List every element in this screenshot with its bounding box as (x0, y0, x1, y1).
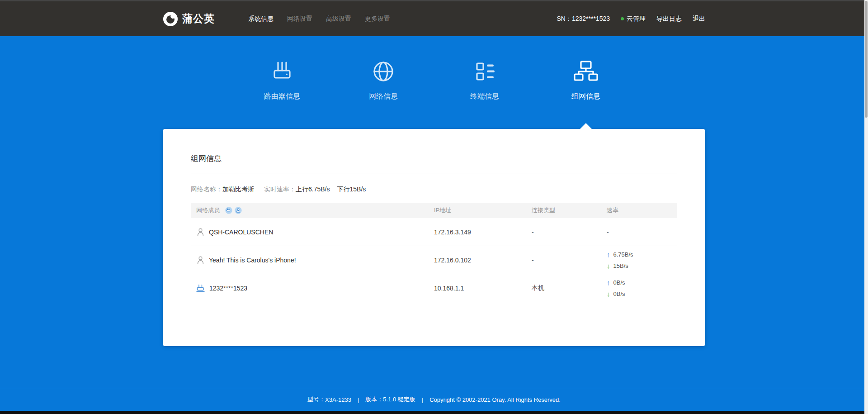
member-ip: 172.16.3.149 (434, 228, 532, 236)
upload-rate: 0B/s (613, 277, 625, 288)
member-type-legend (223, 207, 242, 214)
footer-separator: | (422, 396, 423, 403)
brand-logo[interactable]: 蒲公英 (163, 11, 215, 27)
version-value: 5.1.0 稳定版 (383, 395, 415, 404)
menu-item-advanced-settings[interactable]: 高级设置 (326, 15, 351, 23)
member-name: Yeah! This is Carolus's iPhone! (209, 257, 296, 264)
globe-icon (333, 59, 434, 84)
header-connection-type: 连接类型 (532, 206, 607, 214)
brand-name: 蒲公英 (182, 12, 215, 26)
member-rate: ↑0B/s ↓0B/s (607, 277, 677, 300)
tab-terminal-info[interactable]: 终端信息 (434, 59, 535, 101)
export-log-link[interactable]: 导出日志 (656, 15, 682, 23)
user-icon (196, 228, 205, 236)
tab-label: 路由器信息 (231, 91, 333, 101)
model-value: X3A-1233 (325, 396, 351, 403)
content-area: 路由器信息 网络信息 (0, 36, 868, 411)
network-summary-row: 网络名称： 加勒比考斯 实时速率： 上行6.75B/s 下行15B/s (191, 185, 677, 194)
dandelion-logo-icon (163, 11, 178, 27)
navbar-right: SN：1232****1523 云管理 导出日志 退出 (557, 15, 705, 23)
tab-label: 组网信息 (535, 91, 637, 101)
scrollbar-thumb[interactable] (865, 1, 868, 118)
tab-label: 终端信息 (434, 91, 535, 101)
member-connection-type: - (532, 228, 607, 236)
tab-label: 网络信息 (333, 91, 434, 101)
network-name-label: 网络名称： (191, 185, 222, 194)
upload-rate-value: 上行6.75B/s (296, 185, 330, 194)
upload-arrow-icon: ↑ (607, 249, 610, 260)
terminal-list-icon (434, 59, 535, 84)
member-name: QSH-CAROLUSCHEN (209, 228, 273, 236)
member-ip: 10.168.1.1 (434, 285, 532, 292)
upload-arrow-icon: ↑ (607, 277, 610, 288)
user-icon (196, 256, 205, 264)
download-rate-value: 下行15B/s (337, 185, 366, 194)
device-sn: SN：1232****1523 (557, 15, 610, 23)
menu-item-system-info[interactable]: 系统信息 (248, 15, 274, 23)
cloud-manage-link[interactable]: 云管理 (621, 15, 646, 23)
window-bottom-edge (0, 411, 868, 414)
member-name: 1232****1523 (209, 285, 247, 292)
top-navbar: 蒲公英 系统信息 网络设置 高级设置 更多设置 SN：1232****1523 … (0, 1, 868, 36)
member-row: 1232****1523 10.168.1.1 本机 ↑0B/s ↓0B/s (191, 274, 677, 302)
network-info-panel: 组网信息 网络名称： 加勒比考斯 实时速率： 上行6.75B/s 下行15B/s… (163, 129, 705, 346)
tab-router-info[interactable]: 路由器信息 (231, 59, 333, 101)
member-rate: - (607, 228, 677, 236)
screen: 蒲公英 系统信息 网络设置 高级设置 更多设置 SN：1232****1523 … (0, 0, 868, 414)
realtime-rate-label: 实时速率： (264, 185, 296, 194)
panel-title: 组网信息 (191, 129, 677, 164)
member-cell: 1232****1523 (191, 284, 434, 293)
logout-link[interactable]: 退出 (693, 15, 705, 23)
router-icon (196, 284, 205, 293)
members-table: 网络成员 (191, 203, 677, 302)
active-tab-notch (580, 123, 592, 129)
member-cell: Yeah! This is Carolus's iPhone! (191, 256, 434, 264)
tab-network-info[interactable]: 网络信息 (333, 59, 434, 101)
model-label: 型号： (307, 395, 325, 404)
network-topology-icon (535, 59, 637, 84)
download-rate: 15B/s (613, 260, 628, 271)
download-arrow-icon: ↓ (607, 288, 610, 300)
user-member-legend-icon (235, 207, 242, 214)
header-ip: IP地址 (434, 206, 532, 214)
main-menu: 系统信息 网络设置 高级设置 更多设置 (235, 15, 390, 23)
router-icon (231, 59, 333, 84)
table-header-row: 网络成员 (191, 203, 677, 218)
menu-item-more-settings[interactable]: 更多设置 (365, 15, 390, 23)
upload-rate: 6.75B/s (613, 249, 633, 260)
member-cell: QSH-CAROLUSCHEN (191, 228, 434, 236)
member-row: Yeah! This is Carolus's iPhone! 172.16.0… (191, 246, 677, 274)
info-tabs: 路由器信息 网络信息 (0, 36, 868, 101)
sn-value: 1232****1523 (572, 15, 610, 22)
router-member-legend-icon (225, 207, 232, 214)
online-status-dot-icon (621, 17, 624, 20)
member-connection-type: - (532, 257, 607, 264)
download-rate: 0B/s (613, 288, 625, 300)
header-rate: 速率 (607, 206, 677, 214)
member-connection-type: 本机 (532, 284, 607, 292)
header-members: 网络成员 (191, 206, 434, 214)
footer-separator: | (358, 396, 359, 403)
member-row: QSH-CAROLUSCHEN 172.16.3.149 - - (191, 218, 677, 246)
title-divider (191, 173, 677, 173)
vertical-scrollbar[interactable] (864, 0, 868, 414)
copyright-text: Copyright © 2002-2021 Oray. All Rights R… (429, 396, 561, 403)
member-rate: ↑6.75B/s ↓15B/s (607, 249, 677, 271)
menu-item-network-settings[interactable]: 网络设置 (287, 15, 312, 23)
navbar-inner: 蒲公英 系统信息 网络设置 高级设置 更多设置 SN：1232****1523 … (163, 1, 705, 36)
network-name-value: 加勒比考斯 (222, 185, 254, 194)
version-label: 版本： (365, 395, 383, 404)
page-footer: 型号： X3A-1233 | 版本： 5.1.0 稳定版 | Copyright… (0, 388, 868, 411)
download-arrow-icon: ↓ (607, 260, 610, 271)
tab-group-network-info[interactable]: 组网信息 (535, 59, 637, 101)
member-ip: 172.16.0.102 (434, 257, 532, 264)
